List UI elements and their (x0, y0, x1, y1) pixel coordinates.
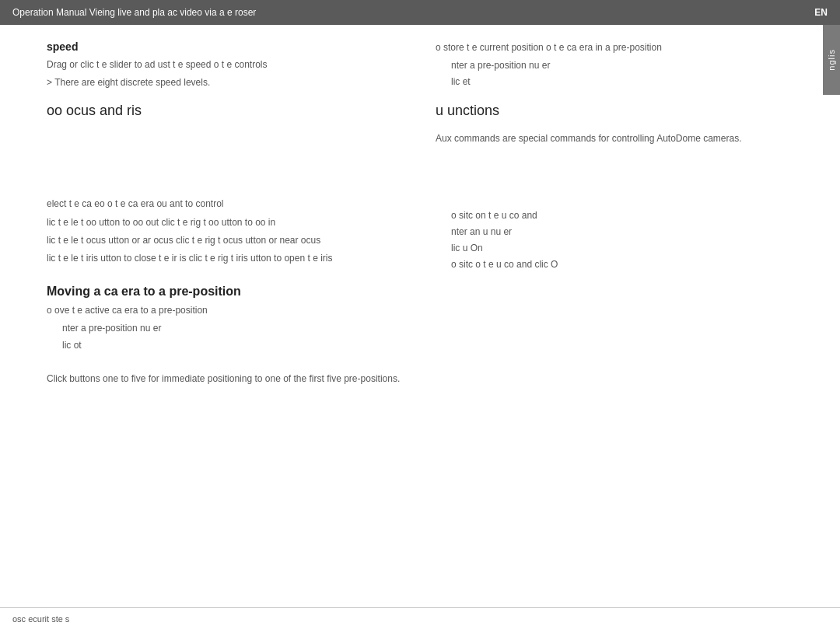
sidebar-tab-label: nglis (827, 49, 836, 71)
store-instruction-2: nter a pre-position nu er (451, 58, 809, 73)
move-instruction-1: o ove t e active ca era to a pre-positio… (47, 303, 404, 318)
left-column: speed Drag or clic t e slider to ad ust … (47, 40, 420, 592)
store-section: o store t e current position o t e ca er… (436, 40, 809, 90)
sidebar-tab: nglis (823, 25, 840, 95)
store-instruction-3: lic et (451, 75, 809, 89)
focus-instruction-4: lic t e le t iris utton to close t e ir … (47, 251, 404, 266)
speed-section: speed Drag or clic t e slider to ad ust … (47, 40, 404, 90)
aux-section: u unctions Aux commands are special comm… (436, 103, 809, 273)
right-column: o store t e current position o t e ca er… (420, 40, 809, 592)
aux-instruction-1: o sitc on t e u co and (451, 208, 809, 223)
store-instruction-1: o store t e current position o t e ca er… (436, 40, 809, 55)
aux-title: u unctions (436, 103, 809, 119)
aux-body: Aux commands are special commands for co… (436, 131, 809, 146)
header-title: Operation Manual Vieing live and pla ac … (12, 7, 256, 18)
move-instruction-2: nter a pre-position nu er (62, 321, 404, 336)
aux-instruction-4: o sitc o t e u co and clic O (451, 257, 809, 272)
speed-title: speed (47, 40, 404, 53)
speed-body2: > There are eight discrete speed levels. (47, 75, 404, 90)
focus-section: oo ocus and ris elect t e ca eo o t e ca… (47, 103, 404, 266)
move-instruction-3: lic ot (62, 338, 404, 353)
move-instructions: o ove t e active ca era to a pre-positio… (47, 303, 404, 353)
speed-body1: Drag or clic t e slider to ad ust t e sp… (47, 58, 404, 72)
move-title: Moving a ca era to a pre-position (47, 285, 404, 299)
main-content: speed Drag or clic t e slider to ad ust … (0, 25, 840, 607)
footer: osc ecurit ste s (0, 607, 840, 629)
prepos-note-section: Click buttons one to five for immediate … (47, 372, 404, 386)
footer-text: osc ecurit ste s (12, 614, 69, 624)
focus-instructions: elect t e ca eo o t e ca era ou ant to c… (47, 197, 404, 266)
focus-instruction-1: elect t e ca eo o t e ca era ou ant to c… (47, 197, 404, 211)
prepos-note: Click buttons one to five for immediate … (47, 372, 404, 386)
focus-title: oo ocus and ris (47, 103, 404, 119)
move-section: Moving a ca era to a pre-position o ove … (47, 285, 404, 353)
aux-instruction-2: nter an u nu er (451, 225, 809, 239)
header-lang: EN (814, 7, 828, 18)
focus-instruction-2: lic t e le t oo utton to oo out clic t e… (47, 215, 404, 230)
aux-instructions: o sitc on t e u co and nter an u nu er l… (436, 208, 809, 273)
focus-instruction-3: lic t e le t ocus utton or ar ocus clic … (47, 233, 404, 248)
aux-instruction-3: lic u On (451, 241, 809, 256)
header-bar: Operation Manual Vieing live and pla ac … (0, 0, 840, 25)
